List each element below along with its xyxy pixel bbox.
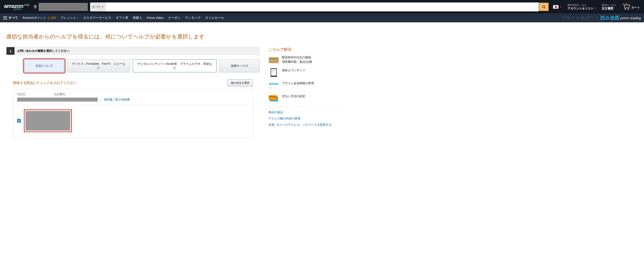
help-shipping-l1: 配送状況や注文の確認 bbox=[282, 56, 311, 59]
order-card: 注文日 注文番号: 領収書／購入明細書 bbox=[13, 89, 253, 138]
search-category-select[interactable]: すべて ▼ bbox=[90, 2, 106, 11]
chevron-down-icon: ▼ bbox=[560, 6, 562, 8]
link-returns[interactable]: 商品の返品 bbox=[268, 110, 342, 114]
points-label: Amazonポイント: bbox=[22, 16, 47, 20]
global-nav: amazon.co.jp prime すべて ▼ ▼ 株式会社セ...さん アカ… bbox=[0, 0, 644, 13]
account-label: アカウント＆リスト bbox=[567, 7, 594, 10]
svg-point-3 bbox=[625, 8, 626, 9]
link-addressbook[interactable]: アドレス帳の内容の変更 bbox=[268, 117, 342, 121]
subnav-prime-video[interactable]: Prime Video bbox=[146, 16, 164, 20]
svg-rect-19 bbox=[269, 96, 277, 97]
search-bar: すべて ▼ bbox=[90, 2, 549, 11]
logo-tld: .co.jp bbox=[23, 3, 29, 6]
credit-card-icon bbox=[268, 94, 279, 103]
sub-nav: すべて Amazonポイント: 1,255 フレッシュ▼ カスタマーサービス ギ… bbox=[0, 13, 644, 22]
help-shipping[interactable]: 配送状況や注文の確認 領収書印刷、返品/交換 bbox=[268, 55, 342, 64]
tab-orders[interactable]: 注文について bbox=[24, 59, 64, 72]
points-link[interactable]: Amazonポイント: 1,255 bbox=[22, 16, 56, 20]
tab-digital-content[interactable]: デジタルコンテンツ―Kindle本、プライムビデオ、音楽など bbox=[133, 59, 217, 72]
order-date-label: 注文日 bbox=[17, 92, 25, 96]
select-items-heading: 関連する商品にチェックを入れてください bbox=[13, 81, 77, 85]
search-input[interactable] bbox=[106, 2, 539, 11]
prime-banner-text-a: プライム会員なら bbox=[561, 15, 600, 21]
item-thumbnail-highlight bbox=[24, 109, 72, 132]
search-button[interactable] bbox=[539, 2, 549, 11]
orders-line2: 注文履歴 bbox=[602, 7, 616, 10]
page-title: 適切な担当者からのヘルプを得るには、何についてヘルプが必要かを選択します bbox=[6, 33, 342, 40]
help-shipping-l2: 領収書印刷、返品/交換 bbox=[282, 60, 312, 63]
all-label: すべて bbox=[8, 16, 18, 20]
subnav-coupons[interactable]: クーポン bbox=[168, 16, 180, 20]
tablet-icon bbox=[268, 68, 279, 77]
points-value: 1,255 bbox=[48, 16, 56, 20]
amazon-logo[interactable]: amazon.co.jp prime bbox=[2, 2, 31, 11]
tab-services[interactable]: 各種サービス bbox=[220, 59, 260, 72]
sidebar: こちらで解決 配送状況や注文の確認 領収書印刷、返品/交換 端末とコンテンツ bbox=[268, 47, 342, 129]
deliver-to-address-redacted bbox=[39, 3, 88, 11]
item-thumbnail-redacted[interactable] bbox=[26, 111, 70, 131]
step-number: 1 bbox=[6, 47, 14, 55]
page-content: 適切な担当者からのヘルプを得るには、何についてヘルプが必要かを選択します 1 お… bbox=[0, 22, 348, 156]
cart-count: 0 bbox=[626, 2, 627, 6]
step-header: 1 お問い合わせの種類を選択してください bbox=[6, 47, 260, 55]
prime-reading-banner[interactable]: プライム会員なら読み放題 prime reading bbox=[561, 15, 641, 21]
cart-link[interactable]: 0 カート bbox=[620, 3, 642, 11]
orders-line1: 返品もこちら bbox=[602, 3, 616, 7]
tab-devices[interactable]: デバイス - FireTablet、FireTV、エコーなど bbox=[67, 59, 130, 72]
language-select[interactable]: ▼ bbox=[551, 5, 563, 9]
hamburger-all[interactable]: すべて bbox=[3, 16, 18, 20]
help-prime[interactable]: prime⌣ プライム会員情報の管理 bbox=[268, 81, 342, 90]
account-menu[interactable]: 株式会社セ...さん アカウント＆リスト▼ bbox=[566, 3, 598, 10]
help-payment-l1: 支払い方法の設定 bbox=[282, 94, 305, 98]
svg-point-4 bbox=[628, 8, 629, 9]
link-credentials[interactable]: 名前、Eメールアドレス、パスワードを変更する bbox=[268, 123, 342, 127]
deliver-to[interactable] bbox=[33, 3, 88, 11]
svg-point-1 bbox=[542, 5, 545, 8]
help-devices-l1: 端末とコンテンツ bbox=[282, 68, 305, 73]
search-icon bbox=[542, 5, 546, 9]
chevron-down-icon: ▼ bbox=[594, 7, 596, 9]
prime-banner-text-b: 読み放題 bbox=[600, 15, 620, 21]
chevron-down-icon: ▼ bbox=[77, 17, 79, 19]
sidebar-title: こちらで解決 bbox=[268, 47, 342, 52]
help-devices[interactable]: 端末とコンテンツ bbox=[268, 68, 342, 77]
help-payment[interactable]: 支払い方法の設定 bbox=[268, 94, 342, 103]
order-item-row bbox=[17, 109, 249, 132]
choose-other-order-button[interactable]: 他の注文を選択 bbox=[228, 79, 253, 86]
svg-point-0 bbox=[35, 6, 36, 7]
receipt-link[interactable]: 領収書／購入明細書 bbox=[101, 98, 130, 102]
chevron-down-icon: ▼ bbox=[102, 6, 104, 8]
search-category-label: すべて bbox=[92, 5, 100, 9]
main-column: 1 お問い合わせの種類を選択してください 注文について デバイス - FireT… bbox=[6, 47, 260, 147]
help-prime-l1: プライム会員情報の管理 bbox=[282, 81, 314, 85]
cart-icon: 0 bbox=[622, 3, 631, 11]
svg-rect-18 bbox=[269, 95, 277, 100]
subnav-time-sale[interactable]: タイムセール bbox=[205, 16, 224, 20]
prime-reading-label: prime reading bbox=[620, 16, 641, 20]
cart-label: カート bbox=[631, 6, 640, 11]
prime-icon: prime⌣ bbox=[268, 81, 279, 90]
step-label: お問い合わせの種類を選択してください bbox=[14, 49, 72, 53]
subnav-buy-again[interactable]: 再購入 bbox=[133, 16, 142, 20]
package-icon bbox=[268, 55, 279, 64]
svg-line-2 bbox=[544, 7, 546, 8]
hamburger-icon bbox=[3, 16, 7, 19]
logo-prime: prime bbox=[14, 7, 21, 11]
issue-category-tabs: 注文について デバイス - FireTablet、FireTV、エコーなど デジ… bbox=[6, 55, 260, 74]
jp-flag-icon bbox=[553, 5, 558, 9]
subnav-customer-service[interactable]: カスタマーサービス bbox=[83, 16, 111, 20]
subnav-gift[interactable]: ギフト券 bbox=[116, 16, 128, 20]
account-greeting: 株式会社セ...さん bbox=[567, 3, 596, 7]
subnav-ranking[interactable]: ランキング bbox=[185, 16, 201, 20]
subnav-fresh[interactable]: フレッシュ▼ bbox=[60, 16, 79, 20]
order-number-label: 注文番号: bbox=[54, 92, 66, 96]
order-info-redacted bbox=[17, 98, 98, 102]
location-pin-icon bbox=[33, 5, 37, 9]
item-checkbox[interactable] bbox=[17, 119, 21, 123]
orders-link[interactable]: 返品もこちら 注文履歴 bbox=[600, 3, 618, 10]
sidebar-links: 商品の返品 アドレス帳の内容の変更 名前、Eメールアドレス、パスワードを変更する bbox=[268, 107, 342, 127]
